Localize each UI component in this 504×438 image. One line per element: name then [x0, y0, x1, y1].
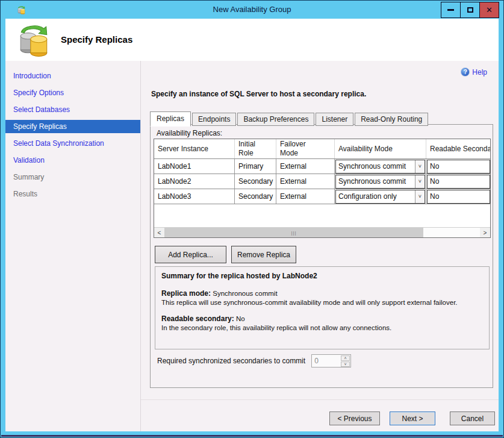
cell-availability-mode: Synchronous commit ˅: [335, 174, 426, 189]
chevron-down-icon: ˅: [415, 190, 425, 203]
cell-initial-role: Secondary: [235, 189, 276, 204]
replica-mode-label: Replica mode:: [161, 289, 211, 298]
cell-server-instance: LabNode2: [154, 174, 235, 189]
availability-mode-select[interactable]: Configuration only ˅: [335, 190, 425, 204]
column-header-failover-mode[interactable]: Failover Mode: [276, 139, 335, 158]
scrollbar-track[interactable]: |||: [164, 228, 480, 237]
column-header-availability-mode[interactable]: Availability Mode: [335, 139, 426, 158]
spinner-down-icon[interactable]: ˅: [341, 361, 350, 367]
sidebar-item-summary: Summary: [5, 171, 140, 184]
sidebar-item-introduction[interactable]: Introduction: [5, 69, 140, 83]
maximize-button[interactable]: [460, 2, 480, 18]
footer-divider: [141, 399, 499, 400]
column-header-readable-secondary[interactable]: Readable Secondary: [426, 139, 490, 158]
tab-backup-preferences[interactable]: Backup Preferences: [237, 113, 314, 126]
cell-initial-role: Secondary: [235, 174, 276, 189]
tab-endpoints[interactable]: Endpoints: [192, 113, 236, 126]
help-icon: ?: [461, 67, 470, 77]
previous-button[interactable]: < Previous: [329, 411, 380, 425]
cell-failover-mode: External: [276, 159, 335, 174]
column-header-server-instance[interactable]: Server Instance: [154, 139, 235, 158]
horizontal-scrollbar[interactable]: < ||| >: [154, 227, 490, 237]
summary-title: Summary for the replica hosted by LabNod…: [161, 272, 483, 281]
cell-failover-mode: External: [276, 189, 335, 204]
cell-server-instance: LabNode1: [154, 159, 235, 174]
close-icon: ✕: [486, 6, 493, 14]
sidebar-item-select-data-synchronization[interactable]: Select Data Synchronization: [5, 137, 140, 150]
readable-secondary-select[interactable]: No: [427, 190, 490, 204]
availability-mode-select[interactable]: Synchronous commit ˅: [335, 160, 425, 174]
readable-secondary-row: Readable secondary: No: [161, 314, 483, 324]
column-header-initial-role[interactable]: Initial Role: [235, 139, 276, 158]
scroll-right-arrow-icon[interactable]: >: [480, 228, 490, 237]
readable-secondary-select[interactable]: No: [427, 175, 490, 189]
window-bottom-edge: [1, 435, 503, 437]
sidebar-item-specify-replicas[interactable]: Specify Replicas: [5, 120, 140, 133]
sidebar-item-validation[interactable]: Validation: [5, 154, 140, 167]
spinner-value: 0: [312, 355, 340, 367]
replica-summary-panel: Summary for the replica hosted by LabNod…: [155, 266, 490, 349]
replica-mode-value: Synchronous commit: [213, 290, 277, 297]
replica-mode-description: This replica will use synchronous-commit…: [161, 298, 483, 307]
required-secondaries-label: Required synchronized secondaries to com…: [157, 357, 305, 365]
add-replica-button[interactable]: Add Replica...: [155, 246, 226, 263]
scroll-left-arrow-icon[interactable]: <: [154, 228, 164, 237]
remove-replica-button[interactable]: Remove Replica: [231, 246, 296, 263]
tab-replicas[interactable]: Replicas: [150, 111, 191, 127]
cell-server-instance: LabNode3: [154, 189, 235, 204]
minimize-button[interactable]: [441, 2, 461, 18]
sidebar-item-results: Results: [5, 187, 140, 201]
availability-replicas-label: Availability Replicas:: [157, 129, 222, 137]
readable-secondary-description: In the secondary role, this availability…: [161, 324, 483, 332]
cell-availability-mode: Configuration only ˅: [335, 189, 426, 204]
readable-secondary-select[interactable]: No: [427, 160, 490, 174]
availability-mode-select[interactable]: Synchronous commit ˅: [335, 175, 425, 189]
chevron-down-icon: ˅: [415, 160, 425, 173]
replica-mode-row: Replica mode: Synchronous commit: [161, 289, 483, 298]
cell-failover-mode: External: [276, 174, 335, 189]
database-replica-icon: [19, 22, 49, 57]
required-secondaries-row: Required synchronized secondaries to com…: [157, 354, 351, 368]
spinner-buttons: ˄ ˅: [340, 355, 350, 367]
scrollbar-thumb[interactable]: |||: [164, 228, 423, 237]
maximize-icon: [467, 7, 473, 13]
cell-readable-secondary: No: [426, 174, 490, 189]
sidebar-item-specify-options[interactable]: Specify Options: [5, 86, 140, 99]
cell-readable-secondary: No: [426, 159, 490, 174]
page-title: Specify Replicas: [61, 34, 132, 45]
cell-initial-role: Primary: [235, 159, 276, 174]
instruction-text: Specify an instance of SQL Server to hos…: [151, 90, 366, 98]
next-button[interactable]: Next >: [390, 411, 435, 425]
table-row[interactable]: LabNode1 Primary External Synchronous co…: [154, 159, 490, 174]
window-title: New Availability Group: [1, 5, 503, 14]
wizard-header: Specify Replicas: [5, 19, 499, 61]
tab-listener[interactable]: Listener: [316, 113, 353, 126]
table-row[interactable]: LabNode2 Secondary External Synchronous …: [154, 174, 490, 189]
spinner-up-icon[interactable]: ˄: [341, 355, 350, 361]
grid-header-row: Server Instance Initial Role Failover Mo…: [154, 139, 490, 159]
readable-secondary-label: Readable secondary:: [161, 314, 234, 323]
minimize-icon: [447, 9, 454, 11]
tab-read-only-routing[interactable]: Read-Only Routing: [355, 113, 428, 126]
cell-availability-mode: Synchronous commit ˅: [335, 159, 426, 174]
cell-readable-secondary: No: [426, 189, 490, 204]
tab-strip: Replicas Endpoints Backup Preferences Li…: [150, 111, 429, 126]
readable-secondary-value: No: [236, 315, 245, 322]
titlebar: New Availability Group ✕: [1, 1, 503, 19]
required-secondaries-spinner[interactable]: 0 ˄ ˅: [311, 354, 351, 368]
cancel-button[interactable]: Cancel: [450, 411, 495, 425]
main-content: ? Help Specify an instance of SQL Server…: [141, 61, 499, 431]
replicas-tab-page: Availability Replicas: Server Instance I…: [150, 124, 493, 388]
window-controls: ✕: [441, 2, 499, 18]
chevron-down-icon: ˅: [415, 175, 425, 188]
scrollbar-grip-icon: |||: [291, 230, 296, 236]
sidebar-item-select-databases[interactable]: Select Databases: [5, 103, 140, 116]
availability-replicas-grid: Server Instance Initial Role Failover Mo…: [154, 139, 491, 238]
help-label: Help: [472, 68, 487, 77]
table-row[interactable]: LabNode3 Secondary External Configuratio…: [154, 189, 490, 204]
help-link[interactable]: ? Help: [461, 67, 487, 77]
wizard-steps-sidebar: Introduction Specify Options Select Data…: [5, 61, 141, 431]
close-button[interactable]: ✕: [479, 2, 499, 18]
window-frame: New Availability Group ✕ Specify Replica…: [0, 0, 504, 438]
